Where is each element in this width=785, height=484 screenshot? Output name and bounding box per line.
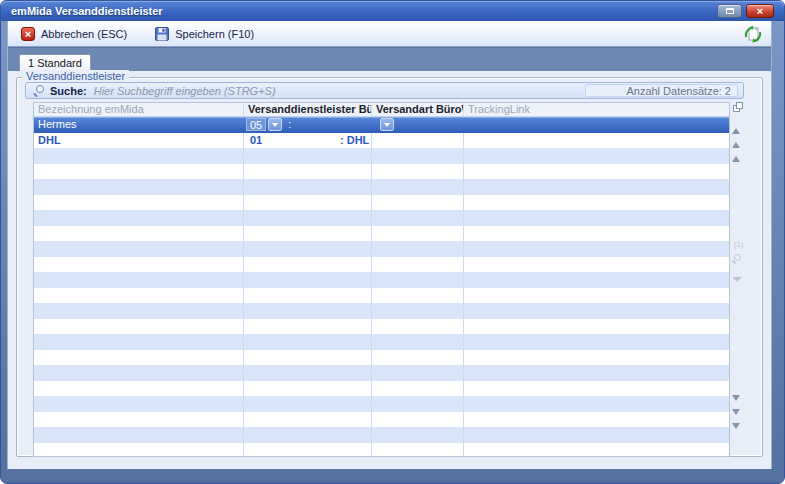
search-input[interactable]: Suche: Hier Suchbegriff eingeben (STRG+S… <box>25 82 744 99</box>
table-cell <box>244 210 372 226</box>
carrier-code-field[interactable]: 01 <box>250 133 340 148</box>
table-cell <box>34 365 244 381</box>
save-button[interactable]: Speichern (F10) <box>152 25 257 43</box>
table-row[interactable] <box>34 334 729 350</box>
table-cell <box>244 272 372 288</box>
table-row[interactable] <box>34 427 729 443</box>
table-cell <box>372 226 464 242</box>
table-cell <box>34 350 244 366</box>
table-row[interactable] <box>34 288 729 304</box>
table-row[interactable] <box>34 257 729 273</box>
tab-band: 1 Standard <box>8 47 771 71</box>
jump-up-icon[interactable] <box>732 130 745 141</box>
table-cell <box>372 381 464 397</box>
table-cell <box>34 179 244 195</box>
table-cell <box>244 350 372 366</box>
table-row[interactable] <box>34 226 729 242</box>
filter-icon[interactable] <box>732 282 745 293</box>
column-header[interactable]: TrackingLink <box>464 103 731 116</box>
scroll-bottom-icon[interactable] <box>732 429 745 440</box>
table-row[interactable] <box>34 319 729 335</box>
carrier-name: Hermes <box>34 117 77 132</box>
table-cell <box>372 210 464 226</box>
step-up-icon[interactable] <box>732 144 745 155</box>
table-row[interactable] <box>34 412 729 428</box>
copy-row-icon[interactable] <box>732 102 745 113</box>
table-cell <box>372 319 464 335</box>
table-row[interactable] <box>34 241 729 257</box>
refresh-button[interactable] <box>743 24 763 44</box>
table-cell <box>372 288 464 304</box>
carrier-code-suffix: : <box>288 117 291 132</box>
table-cell <box>372 133 464 149</box>
table-row[interactable] <box>34 272 729 288</box>
table-cell <box>244 288 372 304</box>
close-button[interactable]: × <box>746 4 774 18</box>
table-row[interactable] <box>34 443 729 457</box>
table-cell <box>34 334 244 350</box>
table-cell <box>244 319 372 335</box>
table-cell <box>464 179 729 195</box>
table-cell <box>464 365 729 381</box>
table-cell: 01: DHL <box>244 133 372 149</box>
table-cell <box>244 179 372 195</box>
table-cell <box>244 148 372 164</box>
table-row[interactable] <box>34 148 729 164</box>
column-header[interactable]: Versanddienstleister BüroWARE <box>244 103 372 116</box>
table-row[interactable] <box>34 396 729 412</box>
table-row[interactable] <box>34 179 729 195</box>
table-cell <box>372 195 464 211</box>
side-toolbar-bottom <box>731 401 746 443</box>
table-cell <box>372 303 464 319</box>
table-cell <box>34 381 244 397</box>
table-cell <box>372 117 464 133</box>
client-area: × Abbrechen (ESC) Speichern (F10) <box>7 21 772 469</box>
table-cell <box>34 412 244 428</box>
table-cell <box>244 226 372 242</box>
table-cell <box>34 303 244 319</box>
table-row[interactable]: Hermes05: <box>34 117 729 133</box>
table-body: Hermes05:DHL01: DHL <box>34 117 729 456</box>
table-cell <box>464 412 729 428</box>
cancel-button[interactable]: × Abbrechen (ESC) <box>18 25 130 43</box>
table-cell <box>34 241 244 257</box>
table-cell <box>244 164 372 180</box>
table-cell <box>464 303 729 319</box>
carrier-code-dropdown[interactable] <box>268 118 282 131</box>
table-cell: Hermes <box>34 117 244 133</box>
table-cell <box>372 148 464 164</box>
table-cell <box>464 257 729 273</box>
table-cell <box>34 195 244 211</box>
maximize-button[interactable] <box>717 4 742 18</box>
table-row[interactable] <box>34 350 729 366</box>
count-icon[interactable]: (1) <box>732 240 745 251</box>
side-toolbar-middle: (1) <box>731 240 746 296</box>
table-row[interactable]: DHL01: DHL <box>34 133 729 149</box>
table-cell <box>464 195 729 211</box>
table-row[interactable] <box>34 164 729 180</box>
table-cell <box>464 288 729 304</box>
carrier-code-field[interactable]: 05 <box>246 118 266 131</box>
column-header[interactable]: Bezeichnung emMida <box>34 103 244 116</box>
table-cell: DHL <box>34 133 244 149</box>
groupbox-label: Versanddienstleister <box>22 70 129 82</box>
table-cell <box>34 148 244 164</box>
table-cell <box>464 319 729 335</box>
table-row[interactable] <box>34 195 729 211</box>
tab-standard[interactable]: 1 Standard <box>19 54 91 71</box>
scroll-top-icon[interactable] <box>732 116 745 127</box>
window-controls: × <box>717 4 774 18</box>
column-header[interactable]: Versandart BüroWARE <box>372 103 464 116</box>
shipping-type-dropdown[interactable] <box>380 118 394 131</box>
table-row[interactable] <box>34 210 729 226</box>
table-side-toolbar: (1) <box>731 102 746 457</box>
table-row[interactable] <box>34 365 729 381</box>
table-cell <box>34 210 244 226</box>
table-cell <box>34 164 244 180</box>
zoom-search-icon[interactable] <box>732 254 745 265</box>
cancel-button-label: Abbrechen (ESC) <box>41 28 127 40</box>
table-cell <box>244 303 372 319</box>
table-cell <box>464 443 729 457</box>
table-row[interactable] <box>34 303 729 319</box>
table-row[interactable] <box>34 381 729 397</box>
